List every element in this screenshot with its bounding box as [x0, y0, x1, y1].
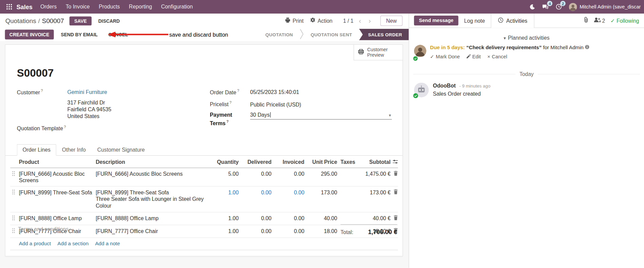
save-button[interactable]: SAVE	[69, 16, 92, 25]
drag-handle-icon[interactable]	[10, 190, 19, 196]
col-delivered[interactable]: Delivered	[239, 159, 272, 165]
line-description[interactable]: [FURN_8888] Office Lamp	[96, 215, 210, 222]
action-buttons: CREATE INVOICE SEND BY EMAIL CANCEL	[5, 30, 132, 39]
line-delivered[interactable]: 0.00	[239, 190, 272, 196]
drag-handle-icon[interactable]	[10, 215, 19, 222]
line-product[interactable]: [FURN_8888] Office Lamp	[19, 215, 96, 222]
print-button[interactable]: Print	[284, 17, 305, 24]
control-panel: Quotations / S00007 SAVE DISCARD Print A…	[0, 14, 409, 28]
globe-icon	[358, 49, 364, 56]
col-product[interactable]: Product	[19, 159, 96, 165]
menu-to-invoice[interactable]: To Invoice	[61, 0, 94, 14]
following-button[interactable]: ✓ Following	[610, 17, 639, 23]
line-invoiced[interactable]: 0.00	[272, 215, 305, 222]
col-unit-price[interactable]: Unit Price	[304, 159, 337, 165]
line-quantity[interactable]: 1.00	[210, 215, 239, 222]
activities-clock-icon[interactable]: 2	[552, 0, 565, 14]
line-invoiced[interactable]: 0.00	[272, 171, 305, 177]
order-line-row[interactable]: [FURN_6666] Acoustic Bloc Screens [FURN_…	[10, 168, 398, 187]
delete-line-icon[interactable]	[391, 171, 398, 177]
menu-products[interactable]: Products	[94, 0, 124, 14]
col-quantity[interactable]: Quantity	[210, 159, 239, 165]
quotation-template-label: Quotation Template?	[17, 123, 67, 132]
info-icon[interactable]	[585, 45, 589, 51]
line-description[interactable]: [FURN_7777] Office Chair	[96, 228, 210, 234]
line-product[interactable]: [FURN_6666] Acoustic Bloc Screens	[19, 171, 96, 183]
message-header: OdooBot - 9 minutes ago	[433, 82, 490, 89]
edit-activity-button[interactable]: Edit	[467, 54, 481, 60]
col-subtotal[interactable]: Subtotal	[360, 159, 391, 165]
delete-line-icon[interactable]	[391, 190, 398, 196]
line-unit-price[interactable]: 40.00	[304, 215, 337, 222]
customer-value[interactable]: Gemini Furniture	[67, 89, 107, 96]
line-delivered[interactable]: 0.00	[239, 215, 272, 222]
new-button[interactable]: New	[380, 16, 402, 26]
payment-terms-input[interactable]: 30 Days ▾	[250, 112, 392, 119]
drag-handle-icon[interactable]	[10, 171, 19, 177]
send-message-button[interactable]: Send message	[414, 16, 458, 25]
optional-columns-icon[interactable]	[391, 159, 398, 165]
tab-activities[interactable]: Activities	[491, 13, 534, 27]
menu-orders[interactable]: Orders	[36, 0, 61, 14]
line-delivered[interactable]: 0.00	[239, 171, 272, 177]
menu-configuration[interactable]: Configuration	[157, 0, 197, 14]
drag-handle-icon[interactable]	[10, 228, 19, 234]
discard-button[interactable]: DISCARD	[94, 16, 124, 25]
line-quantity[interactable]: 5.00	[210, 171, 239, 177]
stage-quotation-sent[interactable]: QUOTATION SENT	[304, 29, 359, 40]
followers-button[interactable]: 2	[594, 17, 605, 24]
user-menu[interactable]: Mitchell Admin (save_discar	[569, 3, 641, 11]
line-quantity[interactable]: 1.00	[210, 228, 239, 234]
customer-preview-button[interactable]: Customer Preview	[354, 45, 403, 60]
log-note-button[interactable]: Log note	[464, 17, 485, 23]
line-unit-price[interactable]: 18.00	[304, 228, 337, 234]
customer-address: 317 Fairchild Dr Fairfield CA 94535 Unit…	[67, 99, 210, 120]
line-invoiced[interactable]: 0.00	[272, 228, 305, 234]
paperclip-icon[interactable]	[584, 17, 589, 24]
order-line-row[interactable]: [FURN_8888] Office Lamp [FURN_8888] Offi…	[10, 212, 398, 225]
mark-done-button[interactable]: ✓ Mark Done	[430, 54, 460, 60]
moon-icon[interactable]	[526, 0, 539, 14]
pricelist-value[interactable]: Public Pricelist (USD)	[250, 101, 301, 108]
messages-icon[interactable]: 4	[539, 0, 551, 14]
line-description[interactable]: [FURN_6666] Acoustic Bloc Screens	[96, 171, 210, 177]
apps-grid-icon[interactable]	[3, 0, 15, 14]
tab-customer-signature[interactable]: Customer Signature	[92, 144, 151, 155]
order-line-row[interactable]: [FURN_8999] Three-Seat Sofa [FURN_8999] …	[10, 187, 398, 212]
app-name[interactable]: Sales	[16, 3, 32, 11]
add-product-link[interactable]: Add a product	[19, 241, 51, 247]
cancel-activity-button[interactable]: × Cancel	[487, 54, 507, 60]
line-invoiced[interactable]: 0.00	[272, 190, 305, 196]
col-taxes[interactable]: Taxes	[337, 159, 360, 165]
order-date-value[interactable]: 05/25/2023 15:40:01	[250, 89, 299, 96]
line-delivered[interactable]: 0.00	[239, 228, 272, 234]
dropdown-caret-icon[interactable]: ▾	[389, 112, 391, 118]
create-invoice-button[interactable]: CREATE INVOICE	[5, 30, 54, 39]
line-quantity[interactable]: 1.00	[210, 190, 239, 196]
breadcrumb-quotations[interactable]: Quotations	[5, 17, 36, 24]
stage-quotation[interactable]: QUOTATION	[258, 29, 300, 40]
delete-line-icon[interactable]	[391, 215, 398, 222]
line-unit-price[interactable]: 295.00	[304, 171, 337, 177]
pager-next-icon[interactable]: ›	[367, 17, 373, 24]
menu-reporting[interactable]: Reporting	[124, 0, 157, 14]
col-invoiced[interactable]: Invoiced	[272, 159, 305, 165]
action-button[interactable]: Action	[309, 17, 334, 24]
cancel-order-button[interactable]: CANCEL	[105, 30, 132, 39]
add-section-link[interactable]: Add a section	[57, 241, 89, 247]
tab-other-info[interactable]: Other Info	[56, 144, 92, 155]
line-unit-price[interactable]: 173.00	[304, 190, 337, 196]
line-product[interactable]: [FURN_8999] Three-Seat Sofa	[19, 190, 96, 196]
stage-sales-order[interactable]: SALES ORDER	[359, 29, 409, 40]
line-description[interactable]: [FURN_8999] Three-Seat Sofa Three Seater…	[96, 190, 210, 209]
terms-placeholder[interactable]: Terms and conditions...	[18, 226, 73, 232]
pager-previous-icon[interactable]: ‹	[357, 17, 363, 24]
planned-activities-header[interactable]: ▾Planned activities	[409, 35, 644, 41]
add-note-link[interactable]: Add a note	[95, 241, 120, 247]
col-description[interactable]: Description	[96, 159, 210, 166]
activity-assignee: for Mitchell Admin	[543, 45, 583, 51]
followers-count: 2	[602, 17, 605, 23]
tab-order-lines[interactable]: Order Lines	[17, 144, 56, 156]
send-by-email-button[interactable]: SEND BY EMAIL	[57, 30, 101, 39]
message-author[interactable]: OdooBot	[433, 82, 455, 89]
